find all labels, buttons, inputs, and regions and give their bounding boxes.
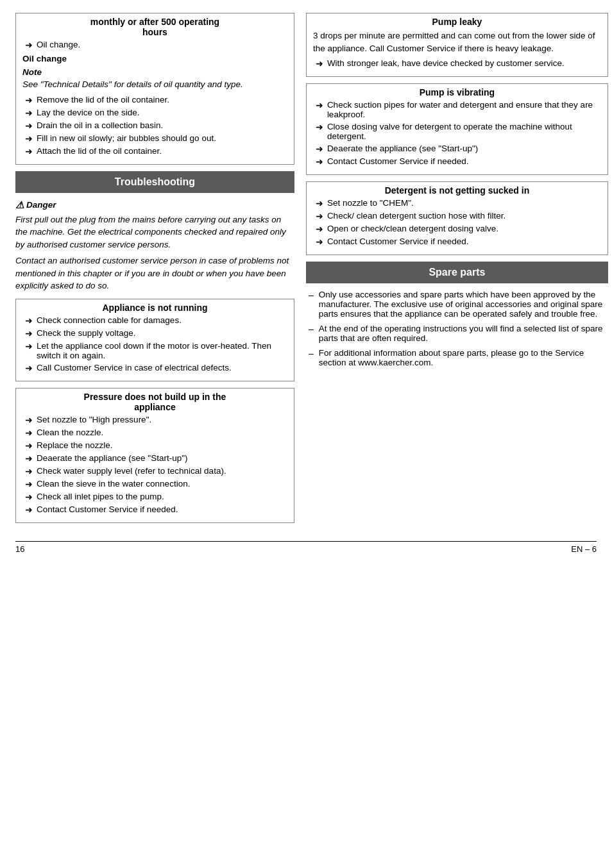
spare-parts-item-3-text: For additional information about spare p… [319, 348, 608, 367]
pressure-step-7-text: Check all inlet pipes to the pump. [37, 492, 164, 501]
pressure-step-2: ➜ Clean the nozzle. [22, 428, 287, 438]
arrow-icon: ➜ [25, 466, 33, 476]
not-running-step-2-text: Check the supply voltage. [37, 328, 136, 338]
footer: 16 EN – 6 [15, 541, 597, 554]
oil-step-3-text: Drain the oil in a collection basin. [37, 121, 163, 130]
arrow-icon: ➜ [25, 341, 33, 351]
pump-vibrating-header: Pump is vibrating [313, 87, 601, 97]
not-running-steps: ➜ Check connection cable for damages. ➜ … [22, 315, 287, 373]
pump-vibrating-step-3: ➜ Deaerate the appliance (see "Start-up"… [313, 144, 601, 154]
arrow-icon: ➜ [316, 122, 323, 132]
detergent-step-3-text: Open or check/clean detergent dosing val… [327, 224, 498, 233]
danger-section: ⚠ Danger First pull out the plug from th… [15, 199, 294, 292]
not-running-step-1-text: Check connection cable for damages. [37, 315, 182, 325]
note-label: Note [22, 67, 287, 77]
pump-leaky-box: Pump leaky 3 drops per minute are permit… [306, 13, 608, 77]
pump-vibrating-steps: ➜ Check suction pipes for water and dete… [313, 100, 601, 167]
arrow-icon: ➜ [25, 146, 33, 156]
not-running-step-3-text: Let the appliance cool down if the motor… [37, 341, 287, 360]
detergent-steps: ➜ Set nozzle to "CHEM". ➜ Check/ clean d… [313, 198, 601, 247]
pump-vibrating-step-1-text: Check suction pipes for water and deterg… [327, 100, 601, 119]
not-running-step-4-text: Call Customer Service in case of electri… [37, 363, 232, 372]
pressure-step-6-text: Clean the sieve in the water connection. [37, 479, 190, 488]
oil-change-intro-item: ➜ Oil change. [22, 40, 287, 50]
pressure-step-6: ➜ Clean the sieve in the water connectio… [22, 479, 287, 489]
pump-vibrating-step-4-text: Contact Customer Service if needed. [327, 156, 469, 166]
pump-vibrating-step-3-text: Deaerate the appliance (see "Start-up") [327, 144, 478, 153]
pressure-step-8-text: Contact Customer Service if needed. [37, 505, 178, 514]
spare-parts-item-1-text: Only use accessories and spare parts whi… [319, 290, 608, 319]
arrow-icon: ➜ [316, 58, 323, 69]
lang-code: EN – 6 [571, 544, 597, 554]
spare-parts-item-1: – Only use accessories and spare parts w… [306, 290, 608, 319]
detergent-step-1: ➜ Set nozzle to "CHEM". [313, 198, 601, 208]
pressure-title-line2: appliance [134, 402, 176, 412]
not-running-step-4: ➜ Call Customer Service in case of elect… [22, 363, 287, 373]
arrow-icon: ➜ [316, 144, 323, 154]
page-number: 16 [15, 544, 24, 554]
monthly-title-line1: monthly or after 500 operating [90, 17, 219, 27]
oil-step-3: ➜ Drain the oil in a collection basin. [22, 121, 287, 131]
pressure-title-line1: Pressure does not build up in the [84, 392, 226, 402]
detergent-step-4-text: Contact Customer Service if needed. [327, 237, 469, 246]
pump-vibrating-step-2-text: Close dosing valve for detergent to oper… [327, 122, 601, 141]
arrow-icon: ➜ [316, 100, 323, 110]
oil-step-5: ➜ Attach the lid of the oil container. [22, 146, 287, 156]
not-running-box: Appliance is not running ➜ Check connect… [15, 299, 294, 381]
pressure-step-4: ➜ Deaerate the appliance (see "Start-up"… [22, 453, 287, 463]
pressure-step-2-text: Clean the nozzle. [37, 428, 103, 437]
pump-leaky-para: 3 drops per minute are permitted and can… [313, 29, 601, 54]
oil-step-2: ➜ Lay the device on the side. [22, 108, 287, 118]
arrow-icon: ➜ [25, 505, 33, 515]
note-text: See "Technical Details" for details of o… [22, 78, 287, 91]
oil-step-4-text: Fill in new oil slowly; air bubbles shou… [37, 133, 216, 143]
pump-vibrating-step-1: ➜ Check suction pipes for water and dete… [313, 100, 601, 119]
not-running-step-3: ➜ Let the appliance cool down if the mot… [22, 341, 287, 360]
pressure-steps: ➜ Set nozzle to "High pressure". ➜ Clean… [22, 415, 287, 515]
dash-icon: – [309, 348, 314, 358]
pump-vibrating-step-2: ➜ Close dosing valve for detergent to op… [313, 122, 601, 141]
monthly-hours-box: monthly or after 500 operating hours ➜ O… [15, 13, 294, 165]
detergent-step-1-text: Set nozzle to "CHEM". [327, 198, 414, 208]
not-running-step-2: ➜ Check the supply voltage. [22, 328, 287, 338]
arrow-icon: ➜ [25, 415, 33, 425]
monthly-hours-title: monthly or after 500 operating hours [22, 17, 287, 37]
oil-change-intro-text: Oil change. [37, 40, 80, 49]
warning-icon: ⚠ [15, 199, 24, 211]
pressure-step-1: ➜ Set nozzle to "High pressure". [22, 415, 287, 425]
spare-parts-list: – Only use accessories and spare parts w… [306, 290, 608, 367]
pressure-step-7: ➜ Check all inlet pipes to the pump. [22, 492, 287, 502]
pressure-step-8: ➜ Contact Customer Service if needed. [22, 505, 287, 515]
arrow-icon: ➜ [25, 133, 33, 144]
pressure-step-4-text: Deaerate the appliance (see "Start-up") [37, 453, 187, 463]
oil-step-1: ➜ Remove the lid of the oil container. [22, 95, 287, 105]
detergent-step-2: ➜ Check/ clean detergent suction hose wi… [313, 211, 601, 221]
oil-steps-list: ➜ Remove the lid of the oil container. ➜… [22, 95, 287, 156]
arrow-icon: ➜ [25, 453, 33, 463]
oil-step-1-text: Remove the lid of the oil container. [37, 95, 169, 104]
pressure-step-5-text: Check water supply level (refer to techn… [37, 466, 226, 476]
troubleshooting-header: Troubleshooting [15, 171, 294, 193]
detergent-header: Detergent is not getting sucked in [313, 185, 601, 196]
arrow-icon: ➜ [316, 224, 323, 234]
pump-leaky-header: Pump leaky [313, 17, 601, 27]
pressure-box: Pressure does not build up in the applia… [15, 388, 294, 523]
spare-parts-header: Spare parts [306, 262, 608, 283]
dash-icon: – [309, 290, 314, 300]
arrow-icon: ➜ [25, 95, 33, 105]
arrow-icon: ➜ [25, 328, 33, 338]
pressure-step-3-text: Replace the nozzle. [37, 440, 113, 450]
spare-parts-item-2-text: At the end of the operating instructions… [319, 324, 608, 343]
arrow-icon: ➜ [25, 479, 33, 489]
arrow-icon: ➜ [25, 440, 33, 451]
oil-step-4: ➜ Fill in new oil slowly; air bubbles sh… [22, 133, 287, 144]
arrow-icon: ➜ [25, 108, 33, 118]
spare-parts-item-2: – At the end of the operating instructio… [306, 324, 608, 343]
arrow-icon: ➜ [316, 237, 323, 247]
arrow-icon: ➜ [25, 315, 33, 326]
danger-text-2: Contact an authorised customer service p… [15, 255, 294, 292]
pump-leaky-step-text: With stronger leak, have device checked … [327, 58, 565, 68]
oil-change-label: Oil change [22, 54, 287, 63]
arrow-icon: ➜ [25, 492, 33, 502]
detergent-step-2-text: Check/ clean detergent suction hose with… [327, 211, 506, 221]
